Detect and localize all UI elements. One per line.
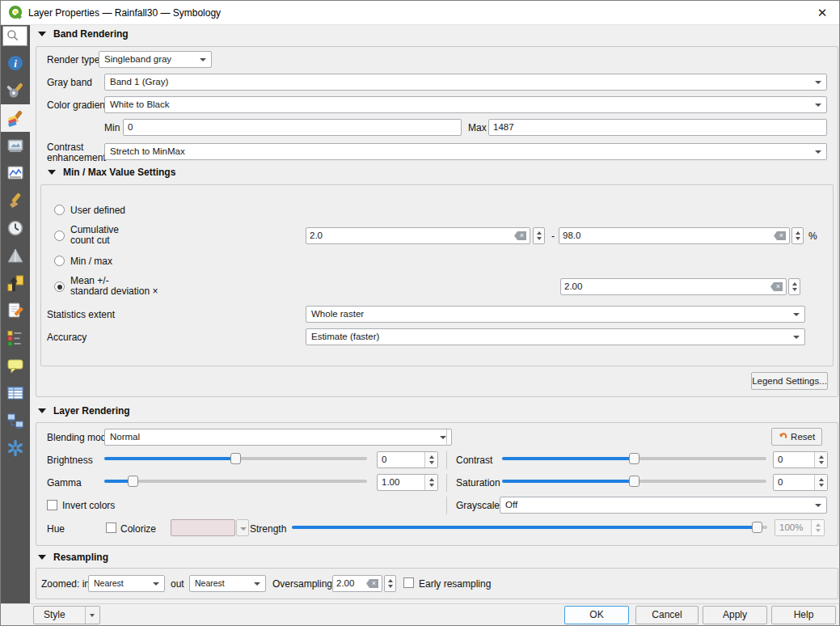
ok-button[interactable]: OK: [564, 606, 629, 624]
slider-handle[interactable]: [629, 476, 639, 487]
stddev-multiplier-input[interactable]: 2.00: [560, 278, 787, 295]
user-defined-radio[interactable]: [54, 205, 65, 215]
strength-slider[interactable]: [292, 521, 767, 534]
early-resampling-checkbox[interactable]: [403, 577, 414, 588]
colorize-checkbox[interactable]: [106, 522, 116, 533]
stddev-multiplier-stepper[interactable]: [788, 278, 800, 295]
zoomed-out-select[interactable]: Nearest Neighbour: [189, 575, 266, 592]
slider-handle[interactable]: [230, 453, 241, 464]
sidebar-item-source[interactable]: [1, 77, 30, 104]
sidebar-item-attribute-table[interactable]: [1, 379, 30, 407]
sidebar-item-pyramids[interactable]: [1, 242, 30, 269]
user-defined-label: User defined: [70, 205, 125, 216]
contrast-slider[interactable]: [502, 452, 766, 465]
contrast-enhancement-select[interactable]: Stretch to MinMax: [104, 143, 827, 160]
apply-button[interactable]: Apply: [703, 606, 767, 624]
cumulative-count-cut-label: Cumulative count cut: [70, 225, 119, 246]
zoomed-in-select[interactable]: Nearest Neighbour: [88, 575, 165, 592]
close-icon[interactable]: ✕: [815, 6, 829, 20]
brightness-slider[interactable]: [104, 452, 367, 465]
statistics-extent-select[interactable]: Whole raster: [306, 306, 805, 323]
cumulative-high-stepper[interactable]: [791, 227, 804, 244]
sidebar-item-symbology[interactable]: [1, 104, 30, 132]
sidebar-item-temporal[interactable]: [1, 214, 30, 242]
sidebar-item-histogram[interactable]: [1, 159, 30, 187]
max-input[interactable]: 1487: [488, 119, 827, 136]
gamma-spinbox[interactable]: 1.00: [377, 474, 438, 491]
style-dropdown-icon[interactable]: [85, 607, 99, 624]
source-icon: [6, 82, 24, 99]
saturation-spinbox[interactable]: 0: [773, 474, 828, 491]
render-type-select[interactable]: Singleband gray: [99, 51, 212, 68]
legend-settings-button[interactable]: Legend Settings...: [751, 372, 828, 390]
color-gradient-select[interactable]: White to Black: [104, 96, 827, 113]
sidebar-item-rendering[interactable]: [1, 187, 30, 214]
sidebar-item-transparency[interactable]: [1, 132, 30, 159]
min-max-radio[interactable]: [54, 256, 65, 266]
brightness-spinbox[interactable]: 0: [377, 451, 438, 468]
external-plugin-icon: [6, 439, 24, 457]
cumulative-high-input[interactable]: 98.0: [559, 227, 790, 244]
min-input[interactable]: 0: [123, 119, 462, 136]
band-rendering-header[interactable]: Band Rendering: [38, 28, 129, 40]
information-icon: i: [6, 54, 24, 72]
sidebar-item-information[interactable]: i: [1, 49, 30, 77]
collapse-triangle-icon: [38, 32, 46, 36]
cumulative-count-cut-radio[interactable]: [54, 231, 65, 241]
statistics-extent-label: Statistics extent: [47, 309, 115, 320]
style-button[interactable]: Style: [33, 606, 100, 624]
reset-button[interactable]: Reset: [771, 428, 822, 446]
clear-field-icon[interactable]: [514, 231, 526, 240]
colorize-color-dropdown[interactable]: [236, 519, 249, 536]
rendering-icon: [6, 192, 24, 209]
contrast-label: Contrast: [456, 455, 492, 466]
cumulative-low-stepper[interactable]: [533, 227, 545, 244]
minmax-settings-header[interactable]: Min / Max Value Settings: [48, 167, 175, 178]
saturation-slider[interactable]: [502, 475, 766, 488]
histogram-icon: [6, 164, 24, 182]
colorize-color-swatch[interactable]: [171, 519, 235, 536]
oversampling-label: Oversampling: [272, 578, 332, 590]
sidebar-item-metadata[interactable]: [1, 297, 30, 324]
slider-handle[interactable]: [128, 476, 138, 487]
contrast-spinbox[interactable]: 0: [773, 451, 828, 468]
zoomed-out-label: out: [171, 578, 184, 590]
collapse-triangle-icon: [38, 408, 46, 413]
clear-field-icon[interactable]: [366, 579, 378, 588]
accuracy-label: Accuracy: [47, 332, 87, 343]
strength-spinbox[interactable]: 100%: [775, 519, 825, 536]
accuracy-select[interactable]: Estimate (faster): [306, 328, 805, 345]
clear-field-icon[interactable]: [774, 231, 786, 240]
invert-colors-checkbox[interactable]: [47, 500, 57, 510]
min-label: Min: [104, 122, 120, 133]
sidebar-item-elevation[interactable]: [1, 269, 30, 297]
slider-handle[interactable]: [752, 522, 762, 533]
mean-stddev-radio[interactable]: [54, 281, 65, 292]
blending-mode-label: Blending mode: [47, 432, 112, 443]
render-type-label: Render type: [47, 54, 99, 66]
transparency-icon: [6, 137, 24, 154]
sidebar-item-legend[interactable]: [1, 324, 30, 352]
search-input[interactable]: [2, 26, 27, 46]
gamma-slider[interactable]: [104, 475, 367, 488]
clear-field-icon[interactable]: [770, 282, 783, 291]
grayscale-select[interactable]: Off: [500, 497, 827, 514]
brightness-label: Brightness: [47, 455, 93, 466]
pyramids-icon: [6, 247, 24, 264]
layer-rendering-header[interactable]: Layer Rendering: [38, 405, 130, 417]
cancel-button[interactable]: Cancel: [635, 606, 699, 624]
oversampling-input[interactable]: 2.00: [332, 575, 382, 592]
resampling-header[interactable]: Resampling: [38, 552, 108, 563]
sidebar-item-external-plugin[interactable]: [1, 434, 30, 462]
oversampling-stepper[interactable]: [384, 575, 396, 592]
gray-band-select[interactable]: Band 1 (Gray): [104, 74, 827, 91]
slider-handle[interactable]: [629, 453, 639, 464]
collapse-triangle-icon: [38, 555, 46, 560]
cumulative-low-input[interactable]: 2.0: [306, 227, 530, 244]
range-dash: -: [551, 231, 555, 242]
sidebar-item-display[interactable]: [1, 352, 30, 379]
reset-undo-icon: [779, 432, 788, 441]
blending-mode-select[interactable]: Normal: [104, 429, 452, 446]
help-button[interactable]: Help: [771, 606, 836, 624]
sidebar-item-qgis-server[interactable]: [1, 407, 30, 434]
